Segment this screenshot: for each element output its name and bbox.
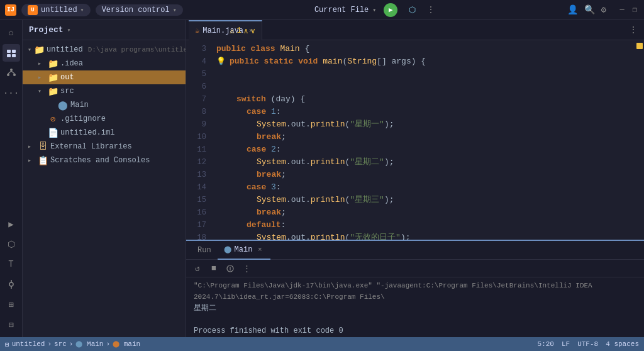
- line-num-4: 4: [186, 55, 206, 68]
- folder-icon-out: 📁: [48, 72, 58, 83]
- debug-button[interactable]: ⬡: [405, 3, 419, 17]
- editor-more-button[interactable]: ⋮: [623, 25, 644, 35]
- status-line-sep[interactable]: LF: [562, 340, 570, 348]
- line-num-18: 18: [186, 231, 206, 240]
- sym-out-12: out: [291, 156, 306, 169]
- search-icon[interactable]: 🔍: [584, 4, 595, 15]
- kw-static: static: [264, 55, 299, 68]
- account-icon[interactable]: 👤: [567, 4, 578, 15]
- svg-point-5: [7, 74, 9, 76]
- kw-case-2: case: [247, 143, 271, 156]
- breadcrumb-sep-1: ›: [47, 340, 52, 348]
- kw-void: void: [298, 55, 323, 68]
- code-line-7: switch (day) {: [216, 93, 635, 106]
- svg-rect-2: [7, 54, 11, 57]
- sym-dot-18a: .: [286, 231, 291, 240]
- warn-count: 1: [236, 26, 241, 35]
- more-options-icon[interactable]: ⋮: [426, 4, 435, 15]
- kw-public-3: public: [216, 43, 251, 55]
- tree-item-out[interactable]: ▸ 📁 out: [23, 70, 186, 84]
- tree-item-external-libs[interactable]: ▸ 🗄 External Libraries: [23, 140, 186, 153]
- cls-system-12: System: [257, 156, 286, 169]
- folder-icon-idea: 📁: [48, 58, 58, 69]
- svg-rect-0: [7, 50, 11, 53]
- sym-paren-9: (: [345, 118, 350, 131]
- kw-class: class: [251, 43, 280, 55]
- app-icon: IJ: [5, 4, 16, 16]
- main-layout: ⌂ ··· ▶ ⬡ T: [0, 20, 644, 337]
- breadcrumb-main-method[interactable]: ⬤ main: [113, 340, 140, 348]
- tree-chevron-idea: ▸: [38, 60, 45, 67]
- toolbar-more-icon[interactable]: ⋮: [240, 262, 253, 275]
- tab-main-run-close-icon[interactable]: ×: [255, 245, 264, 254]
- rail-home-icon[interactable]: ⌂: [3, 24, 20, 42]
- code-line-13: break;: [216, 169, 635, 181]
- kw-case-1: case: [247, 106, 271, 118]
- tree-chevron-src: ▾: [38, 87, 45, 95]
- tab-main-run[interactable]: ⬤ Main ×: [218, 241, 271, 260]
- rail-structure-icon[interactable]: [3, 64, 20, 82]
- tree-item-iml[interactable]: ▸ 📄 untitled.iml: [23, 126, 186, 140]
- rail-debug-icon[interactable]: ⬡: [3, 235, 20, 253]
- tab-main-java[interactable]: ☕ Main.java × ⚠ 1 ∧ ∨: [189, 20, 262, 40]
- rail-bottom-icon[interactable]: ⊟: [3, 316, 20, 333]
- project-title-pill[interactable]: U untitled ▾: [21, 4, 91, 16]
- maximize-button[interactable]: ❐: [630, 6, 639, 14]
- rail-git-icon[interactable]: [3, 276, 20, 293]
- tree-item-main-class[interactable]: ▸ ⬤ Main: [23, 98, 186, 112]
- svg-rect-1: [12, 50, 16, 53]
- minimize-button[interactable]: —: [618, 6, 626, 14]
- folder-icon-src: 📁: [48, 86, 58, 97]
- rail-terminal-icon[interactable]: ⊞: [3, 296, 20, 313]
- project-panel-header: Project ▾: [23, 20, 186, 40]
- rail-project-icon[interactable]: [3, 44, 20, 62]
- sym-close-18: );: [401, 231, 411, 240]
- toolbar-scroll-output-icon[interactable]: [224, 262, 236, 275]
- breadcrumb-src[interactable]: src: [54, 340, 67, 348]
- tree-item-src[interactable]: ▾ 📁 src: [23, 84, 186, 98]
- breadcrumb-untitled[interactable]: untitled: [12, 340, 45, 348]
- rail-run-icon[interactable]: ▶: [3, 215, 20, 233]
- line-num-15: 15: [186, 194, 206, 206]
- run-button[interactable]: ▶: [384, 3, 397, 17]
- tree-item-scratches[interactable]: ▸ 📋 Scratches and Consoles: [23, 153, 186, 167]
- line-num-16: 16: [186, 206, 206, 219]
- run-output: "C:\Program Files\Java\jdk-17\bin\java.e…: [186, 277, 644, 337]
- svg-point-6: [13, 74, 16, 76]
- rail-more-icon[interactable]: ···: [3, 84, 20, 102]
- rail-todo-icon[interactable]: T: [3, 255, 20, 273]
- num-1: 1: [271, 106, 276, 118]
- editor-tabbar: ☕ Main.java × ⚠ 1 ∧ ∨ ⋮: [186, 20, 644, 40]
- code-line-10: break;: [216, 131, 635, 143]
- tree-label-src: src: [60, 87, 74, 96]
- method-icon-breadcrumb: ⬤: [113, 341, 119, 348]
- sym-out-15: out: [291, 194, 306, 206]
- code-line-9: System.out.println("星期一");: [216, 118, 635, 131]
- sym-close-9: );: [384, 118, 394, 131]
- tree-item-gitignore[interactable]: ▸ ⊘ .gitignore: [23, 112, 186, 126]
- settings-icon[interactable]: ⚙: [601, 4, 606, 15]
- run-config[interactable]: Current File ▾: [314, 6, 376, 14]
- breadcrumb-main-class[interactable]: ⬤ Main: [75, 340, 103, 348]
- toolbar-stop-icon[interactable]: ■: [208, 262, 220, 275]
- sym-semi-10: ;: [281, 131, 286, 143]
- tree-item-idea[interactable]: ▸ 📁 .idea: [23, 57, 186, 70]
- status-encoding[interactable]: UTF-8: [577, 340, 598, 348]
- class-icon-main: ⬤: [58, 100, 68, 111]
- kw-break-13: break: [257, 169, 281, 181]
- method-println-18: println: [311, 231, 345, 240]
- version-control-pill[interactable]: Version control ▾: [96, 4, 183, 16]
- status-indent[interactable]: 4 spaces: [606, 340, 639, 348]
- code-line-15: System.out.println("星期三");: [216, 194, 635, 206]
- tree-item-untitled[interactable]: ▾ 📁 untitled D:\java programs\untitled: [23, 43, 186, 57]
- code-editor[interactable]: public class Main { 💡public static void …: [211, 40, 635, 240]
- code-line-14: case 3:: [216, 181, 635, 194]
- bottom-tabbar: Run ⬤ Main ×: [186, 241, 644, 260]
- line-num-6: 6: [186, 81, 206, 93]
- toolbar-rerun-icon[interactable]: ↺: [191, 262, 204, 275]
- method-println-9: println: [311, 118, 345, 131]
- line-num-10: 10: [186, 131, 206, 143]
- cmd-output-line: "C:\Program Files\Java\jdk-17\bin\java.e…: [194, 280, 636, 303]
- tab-run[interactable]: Run: [191, 241, 218, 260]
- status-position[interactable]: 5:20: [538, 340, 554, 348]
